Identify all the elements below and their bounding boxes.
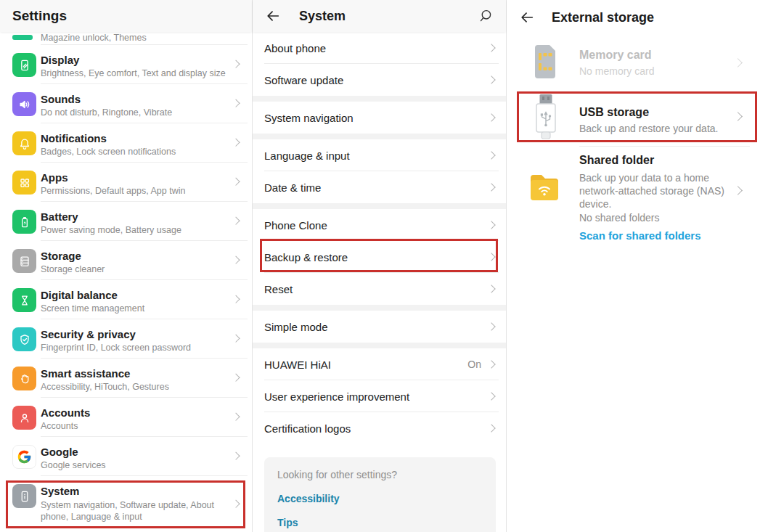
list-item-subtitle: Screen time management	[41, 303, 144, 314]
list-item-subtitle: Permissions, Default apps, App twin	[41, 186, 185, 196]
back-button[interactable]	[518, 9, 536, 26]
list-item-title: Smart assistance	[41, 367, 169, 380]
chevron-right-icon	[487, 253, 495, 261]
back-arrow-icon	[265, 8, 281, 24]
menu-item-language-input[interactable]: Language & input	[253, 139, 506, 171]
search-icon	[478, 9, 494, 24]
menu-item-label: HUAWEI HiAI	[264, 359, 331, 371]
list-item-title: Battery	[41, 210, 181, 223]
chevron-right-icon	[487, 113, 495, 121]
shared-folder-icon	[527, 168, 562, 206]
menu-item-backup-restore[interactable]: Backup & restore	[253, 241, 506, 273]
list-item-usb-storage[interactable]: USB storage Back up and restore your dat…	[507, 91, 760, 142]
sidebar-item-display[interactable]: Display Brightness, Eye comfort, Text an…	[0, 45, 252, 84]
chevron-right-icon	[232, 60, 240, 68]
accessibility-link[interactable]: Accessibility	[277, 493, 483, 504]
list-item-subtitle: Google services	[41, 460, 106, 470]
back-button[interactable]	[264, 7, 282, 25]
search-button[interactable]	[477, 7, 494, 25]
menu-item-label: About phone	[264, 42, 326, 54]
chevron-right-icon	[232, 99, 240, 107]
list-item-subtitle: Storage cleaner	[41, 264, 105, 274]
menu-item-label: Language & input	[264, 150, 350, 162]
sidebar-item-digital-balance[interactable]: Digital balance Screen time management	[0, 280, 252, 319]
chevron-right-icon	[487, 183, 495, 191]
wallpaper-icon	[12, 35, 33, 40]
sidebar-item-smart-assistance[interactable]: Smart assistance Accessibility, HiTouch,…	[0, 359, 252, 398]
chevron-right-icon	[487, 285, 495, 292]
sidebar-item-notifications[interactable]: Notifications Badges, Lock screen notifi…	[0, 123, 252, 163]
chevron-right-icon	[487, 424, 495, 432]
chevron-right-icon	[232, 178, 240, 186]
menu-item-system-navigation[interactable]: System navigation	[253, 102, 506, 134]
chevron-right-icon	[232, 295, 240, 303]
list-item-title: Display	[41, 54, 226, 66]
sidebar-item-system[interactable]: System System navigation, Software updat…	[0, 476, 252, 532]
sidebar-item-google[interactable]: Google Google services	[0, 437, 252, 476]
group-divider	[253, 134, 506, 139]
sidebar-item-battery[interactable]: Battery Power saving mode, Battery usage	[0, 202, 252, 241]
settings-screens: Settings Magazine unlock, Themes Display…	[0, 0, 760, 532]
menu-item-reset[interactable]: Reset	[253, 273, 506, 305]
list-item-title: Sounds	[41, 93, 172, 105]
list-item-title: Notifications	[41, 132, 176, 144]
sidebar-item-security-privacy[interactable]: Security & privacy Fingerprint ID, Lock …	[0, 319, 252, 359]
sidebar-item-accounts[interactable]: Accounts Accounts	[0, 398, 252, 437]
chevron-right-icon	[487, 44, 495, 52]
list-item-subtitle: Back up and restore your data.	[579, 123, 718, 134]
hourglass-icon	[12, 288, 36, 312]
chevron-right-icon	[487, 221, 495, 229]
system-phone-icon	[12, 484, 36, 508]
group-divider	[253, 305, 506, 311]
menu-item-label: Reset	[264, 283, 293, 295]
list-item-subtitle: Accessibility, HiTouch, Gestures	[41, 382, 169, 392]
list-item-title: Apps	[41, 171, 185, 184]
menu-item-about-phone[interactable]: About phone	[253, 32, 506, 64]
chevron-right-icon	[232, 335, 240, 343]
chevron-right-icon	[232, 139, 240, 147]
menu-item-certification-logos[interactable]: Certification logos	[253, 412, 506, 444]
display-icon	[12, 53, 36, 77]
list-item-subtitle: Accounts	[41, 421, 90, 431]
chevron-right-icon	[487, 360, 495, 368]
sidebar-item-apps[interactable]: Apps Permissions, Default apps, App twin	[0, 163, 252, 202]
list-item-title: System	[41, 485, 224, 497]
menu-item-label: System navigation	[264, 112, 354, 124]
tips-link[interactable]: Tips	[277, 517, 483, 528]
list-item-shared-folder[interactable]: Shared folder Back up your data to a hom…	[507, 150, 760, 251]
menu-item-date-time[interactable]: Date & time	[253, 171, 506, 203]
list-item-subtitle: Power saving mode, Battery usage	[41, 225, 181, 235]
external-storage-header: External storage	[507, 0, 760, 35]
list-item-subtitle: Back up your data to a home network-atta…	[579, 171, 735, 210]
menu-item-simple-mode[interactable]: Simple mode	[253, 311, 506, 343]
chevron-right-icon	[487, 75, 495, 83]
menu-item-software-update[interactable]: Software update	[253, 64, 506, 96]
list-item-title: Google	[41, 446, 106, 458]
chevron-right-icon	[232, 217, 240, 225]
list-item-subtitle: Badges, Lock screen notifications	[41, 147, 176, 157]
menu-item-user-experience[interactable]: User experience improvement	[253, 380, 506, 412]
group-divider	[253, 343, 506, 348]
sidebar-item-storage[interactable]: Storage Storage cleaner	[0, 241, 252, 280]
back-arrow-icon	[519, 9, 535, 25]
chevron-right-icon	[232, 256, 240, 264]
list-item-title: Accounts	[41, 406, 90, 419]
status-text: No shared folders	[579, 212, 660, 224]
menu-item-phone-clone[interactable]: Phone Clone	[253, 209, 506, 241]
list-item-partial[interactable]: Magazine unlock, Themes	[0, 32, 252, 45]
page-title: External storage	[552, 10, 654, 25]
other-settings-heading: Looking for other settings?	[277, 469, 483, 480]
menu-item-huawei-hiai[interactable]: HUAWEI HiAI On	[253, 348, 506, 380]
list-divider	[579, 146, 750, 147]
list-item-subtitle: System navigation, Software update, Abou…	[41, 499, 224, 523]
chevron-right-icon	[733, 112, 743, 121]
other-settings-card: Looking for other settings? Accessibilit…	[264, 457, 496, 532]
chevron-right-icon	[487, 151, 495, 159]
list-item-subtitle: Fingerprint ID, Lock screen password	[41, 343, 191, 353]
sidebar-item-sounds[interactable]: Sounds Do not disturb, Ringtone, Vibrate	[0, 84, 252, 123]
google-g-icon	[12, 445, 36, 469]
bell-icon	[12, 131, 36, 155]
group-divider	[253, 96, 506, 102]
system-panel: System About phone Software update Syste…	[253, 0, 507, 532]
scan-shared-folders-link[interactable]: Scan for shared folders	[579, 229, 701, 242]
